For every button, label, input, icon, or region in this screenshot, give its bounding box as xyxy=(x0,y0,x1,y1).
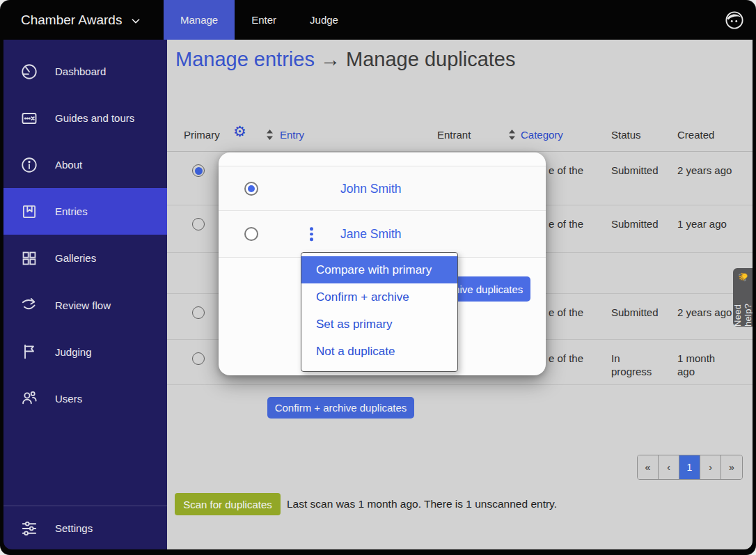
app-switcher[interactable]: Chamber Awards xyxy=(0,0,164,40)
breadcrumb-link-manage-entries[interactable]: Manage entries xyxy=(175,48,315,70)
tab-judge[interactable]: Judge xyxy=(293,0,355,40)
sidebar-item-label: Guides and tours xyxy=(55,112,134,124)
modal-entry-row: John Smith xyxy=(219,166,546,211)
pagination-first-button[interactable]: « xyxy=(638,455,659,479)
scan-for-duplicates-button[interactable]: Scan for duplicates xyxy=(175,493,281,515)
breadcrumb: Manage entries → Manage duplicates xyxy=(175,48,515,71)
sidebar-item-judging[interactable]: Judging xyxy=(3,329,167,375)
primary-radio[interactable] xyxy=(192,164,205,177)
status-cell: Submitted xyxy=(611,164,656,177)
sidebar-item-settings[interactable]: Settings xyxy=(3,508,167,549)
pagination-next-button[interactable]: › xyxy=(700,455,721,479)
column-header-entry[interactable]: Entry xyxy=(280,129,304,141)
sort-icon-category[interactable] xyxy=(509,130,515,140)
need-help-tab[interactable]: 👋 Need help? xyxy=(733,268,753,327)
created-cell: 1 year ago xyxy=(677,217,743,230)
chevron-down-icon xyxy=(130,15,141,26)
category-cell: e of the xyxy=(549,217,583,230)
tab-judge-label: Judge xyxy=(310,14,338,26)
modal-primary-radio[interactable] xyxy=(244,182,258,196)
main-content: Manage entries → Manage duplicates Prima… xyxy=(167,40,753,549)
user-face-icon xyxy=(724,10,745,31)
modal-entry-row: Jane Smith xyxy=(219,211,546,258)
sidebar-item-about[interactable]: About xyxy=(3,141,167,188)
sidebar-item-dashboard[interactable]: Dashboard xyxy=(3,48,167,95)
column-header-created: Created xyxy=(677,129,714,141)
sidebar-item-label: Entries xyxy=(55,205,88,217)
sidebar-item-label: Users xyxy=(55,393,82,405)
gear-icon[interactable]: ⚙ xyxy=(233,124,246,139)
app-window: Chamber Awards Manage Enter Judge Dashbo… xyxy=(0,0,756,555)
menu-item-compare-with-primary[interactable]: Compare with primary xyxy=(301,256,457,283)
content-frame: Dashboard Guides and tours About Entries xyxy=(3,40,753,549)
category-cell: e of the xyxy=(549,164,583,177)
map-icon xyxy=(20,109,38,127)
account-menu[interactable] xyxy=(724,0,756,40)
sidebar-item-label: Galleries xyxy=(55,252,96,264)
modal-primary-radio[interactable] xyxy=(244,227,258,241)
created-cell: 1 month ago xyxy=(677,352,722,378)
dashboard-icon xyxy=(20,63,38,81)
kebab-menu-icon[interactable] xyxy=(307,224,316,244)
waving-hand-icon: 👋 xyxy=(738,272,748,283)
sidebar-item-label: Settings xyxy=(55,522,93,534)
bookmark-icon xyxy=(20,203,38,221)
pagination-page-1[interactable]: 1 xyxy=(679,455,700,479)
sidebar-item-users[interactable]: Users xyxy=(3,375,167,422)
primary-radio[interactable] xyxy=(192,306,205,319)
duplicates-modal: John Smith Jane Smith Confirm + archive … xyxy=(219,153,546,375)
menu-item-set-as-primary[interactable]: Set as primary xyxy=(301,311,457,338)
sidebar-item-entries[interactable]: Entries xyxy=(3,188,167,235)
pagination-last-button[interactable]: » xyxy=(721,455,742,479)
tab-manage[interactable]: Manage xyxy=(164,0,235,40)
sidebar-item-review-flow[interactable]: Review flow xyxy=(3,281,167,328)
flag-icon xyxy=(20,343,38,361)
primary-radio[interactable] xyxy=(192,352,205,365)
pagination-prev-button[interactable]: ‹ xyxy=(659,455,679,479)
sliders-icon xyxy=(20,519,38,538)
primary-radio[interactable] xyxy=(192,218,205,230)
column-header-primary: Primary xyxy=(184,129,220,141)
scan-status-text: Last scan was 1 month ago. There is 1 un… xyxy=(287,498,557,510)
status-cell: In progress xyxy=(611,352,656,378)
pagination: « ‹ 1 › » xyxy=(637,455,743,480)
top-bar: Chamber Awards Manage Enter Judge xyxy=(0,0,756,40)
flow-arrow-icon xyxy=(20,296,38,314)
created-cell: 2 years ago xyxy=(677,164,743,177)
sidebar-item-guides[interactable]: Guides and tours xyxy=(3,95,167,141)
entry-link[interactable]: Jane Smith xyxy=(340,227,402,242)
page-title: Manage duplicates xyxy=(346,48,515,70)
app-title: Chamber Awards xyxy=(21,13,122,28)
users-icon xyxy=(20,389,38,407)
menu-item-confirm-archive[interactable]: Confirm + archive xyxy=(301,283,457,311)
sidebar-item-label: Dashboard xyxy=(55,65,106,77)
row-actions-menu: Compare with primary Confirm + archive S… xyxy=(301,252,458,372)
status-cell: Submitted xyxy=(611,306,656,319)
sidebar-divider xyxy=(3,506,167,506)
grid-icon xyxy=(20,249,38,267)
tab-manage-label: Manage xyxy=(180,14,218,26)
status-cell: Submitted xyxy=(611,217,656,230)
category-cell: e of the xyxy=(549,352,583,365)
sort-icon-entry[interactable] xyxy=(267,130,273,140)
tab-enter[interactable]: Enter xyxy=(235,0,293,40)
sidebar-item-galleries[interactable]: Galleries xyxy=(3,235,167,281)
sidebar-item-label: Review flow xyxy=(55,299,111,311)
breadcrumb-separator: → xyxy=(320,48,340,70)
sidebar: Dashboard Guides and tours About Entries xyxy=(3,40,167,549)
category-cell: e of the xyxy=(549,306,583,319)
need-help-label: Need help? xyxy=(732,283,753,327)
entry-link[interactable]: John Smith xyxy=(340,181,402,196)
menu-item-not-a-duplicate[interactable]: Not a duplicate xyxy=(301,338,457,365)
column-header-entrant: Entrant xyxy=(437,129,471,141)
sidebar-item-label: Judging xyxy=(55,346,92,358)
column-header-category[interactable]: Category xyxy=(521,129,563,141)
info-icon xyxy=(20,156,38,174)
tab-enter-label: Enter xyxy=(251,14,276,26)
column-header-status: Status xyxy=(611,129,641,141)
sidebar-item-label: About xyxy=(55,159,82,171)
confirm-archive-duplicates-button[interactable]: Confirm + archive duplicates xyxy=(267,397,414,419)
